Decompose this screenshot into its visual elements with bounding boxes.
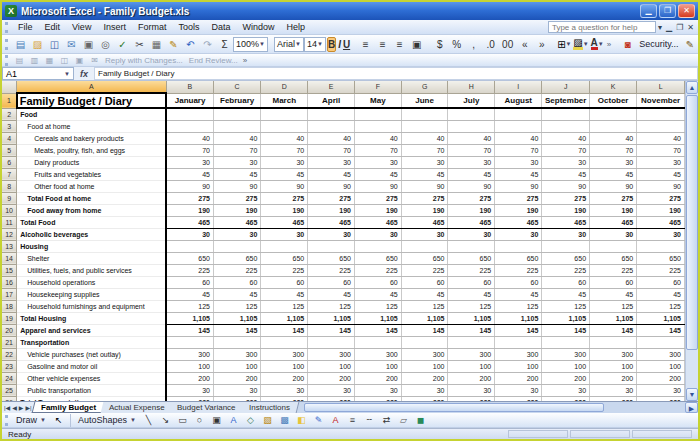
value-cell[interactable]: 300 xyxy=(495,348,542,360)
value-cell[interactable]: 1,105 xyxy=(590,312,637,324)
row-header-6[interactable]: 6 xyxy=(2,156,17,168)
value-cell[interactable]: 30 xyxy=(448,156,495,168)
sheet-tab-family-budget[interactable]: Family Budget xyxy=(31,402,105,413)
reply-with-changes-button[interactable]: Reply with Changes... xyxy=(105,56,183,65)
value-cell[interactable]: 630 xyxy=(213,396,260,401)
value-cell[interactable]: 650 xyxy=(495,252,542,264)
row-label-cell[interactable]: Utilities, fuels, and public services xyxy=(17,264,167,276)
row-header-2[interactable]: 2 xyxy=(2,108,17,120)
value-cell[interactable]: 225 xyxy=(495,264,542,276)
shadow-icon[interactable]: ▱ xyxy=(396,413,411,428)
vertical-scrollbar[interactable]: ▲ ▼ xyxy=(685,81,698,401)
value-cell[interactable] xyxy=(354,336,401,348)
value-cell[interactable]: 30 xyxy=(308,228,355,240)
value-cell[interactable]: 145 xyxy=(213,324,260,336)
value-cell[interactable]: 40 xyxy=(213,132,260,144)
underline-button[interactable]: U xyxy=(343,37,350,52)
insert-function-icon[interactable]: fx xyxy=(74,69,94,79)
value-cell[interactable]: 190 xyxy=(213,204,260,216)
value-cell[interactable]: 145 xyxy=(448,324,495,336)
row-header-15[interactable]: 15 xyxy=(2,264,17,276)
value-cell[interactable]: 100 xyxy=(590,360,637,372)
value-cell[interactable] xyxy=(637,240,685,252)
row-header-8[interactable]: 8 xyxy=(2,180,17,192)
menu-insert[interactable]: Insert xyxy=(97,21,132,33)
row-header-24[interactable]: 24 xyxy=(2,372,17,384)
value-cell[interactable]: 100 xyxy=(542,360,590,372)
row-header-7[interactable]: 7 xyxy=(2,168,17,180)
value-cell[interactable]: 30 xyxy=(401,228,448,240)
value-cell[interactable]: 275 xyxy=(637,192,685,204)
value-cell[interactable]: 275 xyxy=(495,192,542,204)
value-cell[interactable]: 650 xyxy=(401,252,448,264)
end-review-button[interactable]: End Review... xyxy=(189,56,238,65)
value-cell[interactable]: 45 xyxy=(637,168,685,180)
value-cell[interactable]: 145 xyxy=(166,324,213,336)
value-cell[interactable]: 275 xyxy=(166,192,213,204)
row-label-cell[interactable]: Total Food xyxy=(17,216,167,228)
value-cell[interactable]: 650 xyxy=(542,252,590,264)
row-label-cell[interactable]: Food xyxy=(17,108,167,120)
value-cell[interactable]: 60 xyxy=(590,276,637,288)
row-label-cell[interactable]: Food at home xyxy=(17,120,167,132)
zoom-select[interactable]: 100%▼ xyxy=(233,37,268,52)
value-cell[interactable]: 275 xyxy=(448,192,495,204)
menu-tools[interactable]: Tools xyxy=(172,21,205,33)
column-header-A[interactable]: A xyxy=(17,81,167,93)
print-preview-icon[interactable]: ◎ xyxy=(98,37,113,52)
month-header-cell[interactable]: September xyxy=(542,93,590,108)
vertical-scroll-thumb[interactable] xyxy=(686,95,698,350)
value-cell[interactable]: 650 xyxy=(637,252,685,264)
value-cell[interactable] xyxy=(542,108,590,120)
value-cell[interactable] xyxy=(401,108,448,120)
spreadsheet-grid[interactable]: ABCDEFGHIJKL1Family Budget / DiaryJanuar… xyxy=(2,81,685,401)
value-cell[interactable] xyxy=(448,120,495,132)
value-cell[interactable]: 70 xyxy=(166,144,213,156)
value-cell[interactable]: 465 xyxy=(448,216,495,228)
row-header-5[interactable]: 5 xyxy=(2,144,17,156)
row-label-cell[interactable]: Total Transportation xyxy=(17,396,167,401)
menu-help[interactable]: Help xyxy=(280,21,311,33)
value-cell[interactable]: 90 xyxy=(542,180,590,192)
row-label-cell[interactable]: Housing xyxy=(17,240,167,252)
row-label-cell[interactable]: Fruits and vegetables xyxy=(17,168,167,180)
font-name-select[interactable]: Arial▼ xyxy=(274,37,304,52)
value-cell[interactable] xyxy=(261,120,308,132)
value-cell[interactable]: 30 xyxy=(261,384,308,396)
value-cell[interactable]: 190 xyxy=(448,204,495,216)
cut-icon[interactable]: ✂ xyxy=(132,37,147,52)
increase-indent-icon[interactable]: » xyxy=(534,37,549,52)
value-cell[interactable]: 90 xyxy=(401,180,448,192)
value-cell[interactable]: 225 xyxy=(213,264,260,276)
value-cell[interactable]: 30 xyxy=(401,156,448,168)
new-icon[interactable]: ▤ xyxy=(13,37,28,52)
value-cell[interactable]: 125 xyxy=(261,300,308,312)
value-cell[interactable]: 45 xyxy=(354,168,401,180)
value-cell[interactable]: 225 xyxy=(542,264,590,276)
value-cell[interactable]: 60 xyxy=(542,276,590,288)
value-cell[interactable]: 30 xyxy=(166,384,213,396)
value-cell[interactable]: 125 xyxy=(542,300,590,312)
diagram-icon[interactable]: ◇ xyxy=(243,413,258,428)
row-label-cell[interactable]: Food away from home xyxy=(17,204,167,216)
value-cell[interactable]: 650 xyxy=(261,252,308,264)
value-cell[interactable]: 30 xyxy=(308,384,355,396)
month-header-cell[interactable]: February xyxy=(213,93,260,108)
value-cell[interactable]: 225 xyxy=(637,264,685,276)
value-cell[interactable]: 40 xyxy=(448,132,495,144)
value-cell[interactable]: 90 xyxy=(637,180,685,192)
value-cell[interactable]: 145 xyxy=(354,324,401,336)
value-cell[interactable]: 650 xyxy=(590,252,637,264)
column-header-G[interactable]: G xyxy=(401,81,448,93)
value-cell[interactable]: 40 xyxy=(261,132,308,144)
value-cell[interactable]: 650 xyxy=(213,252,260,264)
value-cell[interactable]: 190 xyxy=(354,204,401,216)
value-cell[interactable]: 465 xyxy=(166,216,213,228)
value-cell[interactable]: 40 xyxy=(637,132,685,144)
value-cell[interactable] xyxy=(448,336,495,348)
spelling-icon[interactable]: ✓ xyxy=(115,37,130,52)
value-cell[interactable]: 30 xyxy=(495,228,542,240)
value-cell[interactable]: 45 xyxy=(308,168,355,180)
value-cell[interactable]: 90 xyxy=(495,180,542,192)
value-cell[interactable]: 45 xyxy=(448,168,495,180)
